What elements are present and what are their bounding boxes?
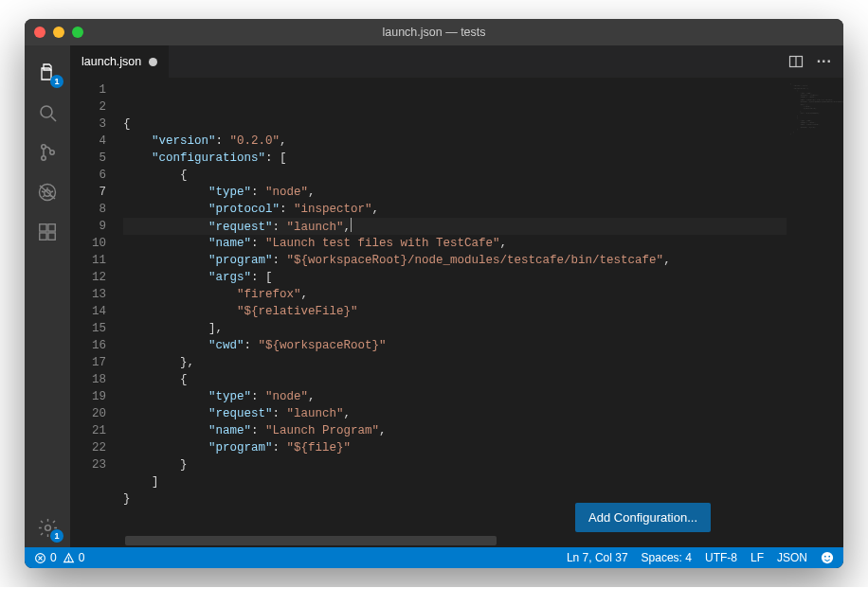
line-number: 19 [70,388,106,405]
code-line[interactable]: }, [123,354,787,371]
line-number: 12 [70,269,106,286]
status-encoding[interactable]: UTF-8 [705,551,737,564]
line-number: 4 [70,133,106,150]
source-control-icon[interactable] [25,133,70,172]
code-line[interactable]: } [123,456,787,473]
status-language[interactable]: JSON [777,551,807,564]
vscode-window: launch.json — tests 1 [25,19,843,568]
code-line[interactable]: "firefox", [123,286,787,303]
line-number: 18 [70,371,106,388]
status-errors[interactable]: 0 [34,551,57,564]
tab-actions: ··· [777,45,843,78]
tab-launch-json[interactable]: launch.json [70,45,170,78]
status-cursor-position[interactable]: Ln 7, Col 37 [567,551,628,564]
titlebar[interactable]: launch.json — tests [25,19,843,45]
line-number: 22 [70,439,106,456]
svg-rect-15 [48,233,55,240]
add-configuration-button[interactable]: Add Configuration... [575,503,711,532]
code-line[interactable]: "request": "launch", [123,405,787,422]
status-feedback-icon[interactable] [821,551,834,564]
line-number: 21 [70,422,106,439]
activity-bar: 1 [25,45,70,547]
tab-bar: launch.json ··· [70,45,843,78]
code-line[interactable]: "protocol": "inspector", [123,201,787,218]
text-cursor [351,218,352,232]
line-number-gutter: 1234567891011121314151617181920212223 [70,78,123,547]
code-line[interactable]: ], [123,320,787,337]
code-line[interactable]: "cwd": "${workspaceRoot}" [123,337,787,354]
line-number: 15 [70,320,106,337]
svg-point-3 [42,156,45,160]
code-line[interactable]: "configurations": [ [123,150,787,167]
explorer-icon[interactable]: 1 [25,53,70,93]
code-line[interactable]: { [123,167,787,184]
maximize-window-icon[interactable] [72,27,83,38]
line-number: 5 [70,150,106,167]
code-line[interactable]: "program": "${workspaceRoot}/node_module… [123,252,787,269]
status-indentation[interactable]: Spaces: 4 [642,551,692,564]
line-number: 20 [70,405,106,422]
settings-badge: 1 [50,529,63,543]
minimize-window-icon[interactable] [53,27,64,38]
line-number: 1 [70,81,106,98]
status-warnings[interactable]: 0 [63,551,85,564]
svg-point-27 [828,556,830,558]
line-number: 23 [70,456,106,473]
svg-line-10 [43,196,45,198]
code-line[interactable]: { [123,371,787,388]
settings-gear-icon[interactable]: 1 [25,508,70,547]
debug-icon[interactable] [25,172,70,212]
more-actions-icon[interactable]: ··· [817,53,832,70]
code-line[interactable]: "name": "Launch Program", [123,422,787,439]
titlebar-title: launch.json — tests [25,26,843,39]
svg-point-2 [42,145,45,149]
line-number: 14 [70,303,106,320]
line-number: 17 [70,354,106,371]
code-line[interactable]: "version": "0.2.0", [123,133,787,150]
status-eol[interactable]: LF [750,551,764,564]
code-line[interactable]: "program": "${file}" [123,439,787,456]
error-count: 0 [50,551,57,564]
split-editor-icon[interactable] [788,54,804,69]
svg-line-1 [51,116,56,121]
svg-point-24 [68,560,69,561]
code-line[interactable]: "args": [ [123,269,787,286]
code-line[interactable]: "request": "launch", [123,218,787,235]
code-line[interactable]: "type": "node", [123,388,787,405]
code-line[interactable]: "name": "Launch test files with TestCafe… [123,235,787,252]
traffic-lights [25,27,83,38]
editor-area: launch.json ··· 123456789101112131415161… [70,45,843,547]
close-window-icon[interactable] [34,27,45,38]
main: 1 [25,45,843,547]
svg-point-25 [822,552,833,563]
editor-body[interactable]: 1234567891011121314151617181920212223 { … [70,78,843,547]
minimap[interactable]: { "version": "0.2.0", "configurations": … [787,78,843,547]
horizontal-scrollbar[interactable] [123,536,722,545]
code-line[interactable]: "type": "node", [123,184,787,201]
scrollbar-thumb[interactable] [125,536,497,545]
line-number: 7 [70,184,106,201]
svg-point-26 [824,556,826,558]
svg-point-4 [50,151,54,154]
statusbar: 0 0 Ln 7, Col 37 Spaces: 4 UTF-8 LF JSON [25,547,843,568]
search-icon[interactable] [25,93,70,133]
line-number: 8 [70,201,106,218]
tab-label: launch.json [81,55,141,68]
line-number: 2 [70,98,106,116]
extensions-icon[interactable] [25,212,70,252]
line-number: 10 [70,235,106,252]
line-number: 13 [70,286,106,303]
explorer-badge: 1 [50,75,63,88]
svg-rect-14 [40,233,46,240]
code-line[interactable]: "${relativeFile}" [123,303,787,320]
line-number: 9 [70,218,106,235]
line-number: 11 [70,252,106,269]
svg-line-9 [51,191,54,192]
code-line[interactable]: ] [123,473,787,490]
line-number: 3 [70,116,106,133]
line-number: 16 [70,337,106,354]
code-content[interactable]: { "version": "0.2.0", "configurations": … [123,78,787,547]
svg-line-8 [42,191,45,192]
code-line[interactable]: { [123,116,787,133]
svg-rect-16 [48,224,55,231]
